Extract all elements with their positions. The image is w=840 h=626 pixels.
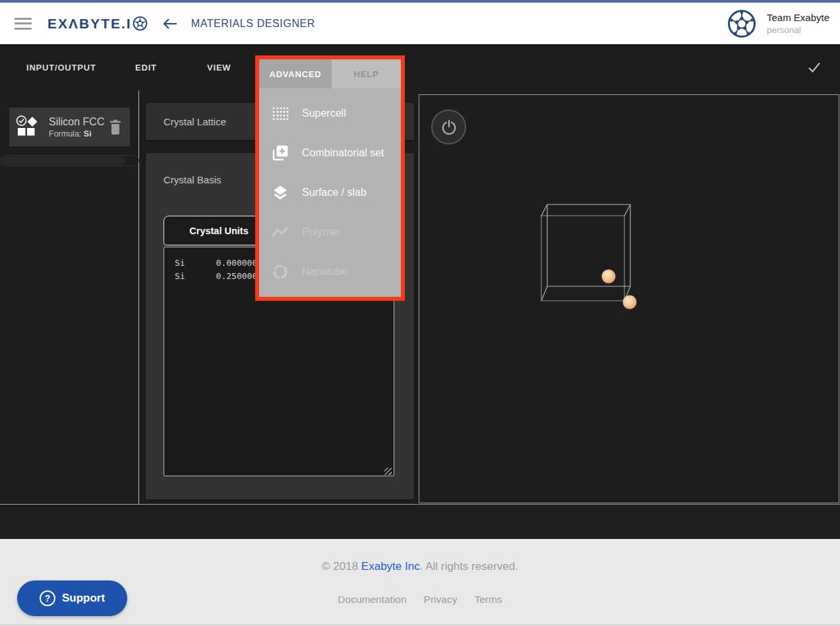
app-header: EXΛBYTE.I MATERIALS DESIGNER [0,3,840,44]
support-button[interactable]: ? Support [17,580,127,616]
menu-item-combinatorial-set[interactable]: Combinatorial set [259,133,401,173]
combinatorial-set-icon [272,144,289,162]
crystal-basis-title: Crystal Basis [164,174,222,185]
nanotube-ring-icon [272,263,289,280]
unit-cell-wireframe [419,95,840,504]
material-list-item[interactable]: Silicon FCC Formula: Si [9,108,130,146]
team-avatar [727,9,756,38]
structure-3d-viewer[interactable] [419,94,839,503]
advanced-dropdown-menu: Supercell Combinatorial set Surface / sl… [259,88,401,297]
page-title: MATERIALS DESIGNER [191,18,315,30]
team-name: Team Exabyte [767,12,829,23]
material-type-icon [16,115,40,139]
sidebar-scrollbar-track[interactable] [0,155,139,166]
materials-sidebar: Silicon FCC Formula: Si [0,90,139,504]
menu-input-output[interactable]: INPUT/OUTPUT [26,44,96,90]
menu-item-supercell[interactable]: Supercell [259,94,401,133]
menu-advanced[interactable]: ADVANCED [259,59,332,88]
menu-item-surface-slab[interactable]: Surface / slab [259,173,401,212]
power-icon [441,119,457,135]
menu-edit[interactable]: EDIT [135,44,157,90]
delete-material-icon[interactable] [109,119,122,135]
crystal-lattice-title: Crystal Lattice [164,116,226,127]
polymer-chain-icon [272,224,289,241]
crystal-units-tab-label: Crystal Units [189,226,248,236]
sidebar-scrollbar-thumb[interactable] [2,157,125,164]
silicon-atom [602,270,616,284]
supercell-grid-icon [272,105,289,122]
menu-view[interactable]: VIEW [207,44,231,90]
question-mark-icon: ? [40,590,55,606]
main-workspace: Silicon FCC Formula: Si Crystal Lattice … [0,90,840,505]
menu-item-polymer: Polymer [259,212,401,252]
tutorial-highlight-box: ADVANCED HELP Supercell [255,55,405,301]
confirm-check-icon[interactable] [807,60,822,75]
footer-link-privacy[interactable]: Privacy [424,594,458,606]
logo-text: EXΛBYTE.I [47,16,132,32]
logo-ball-icon [133,16,148,31]
dropdown-tabs: ADVANCED HELP [259,59,401,88]
company-link[interactable]: Exabyte Inc [361,560,420,573]
back-arrow-icon[interactable] [162,17,178,30]
material-name: Silicon FCC [49,116,109,128]
designer-menubar: INPUT/OUTPUT EDIT VIEW [0,44,840,90]
silicon-atom [623,296,637,309]
page-footer: © 2018 Exabyte Inc. All rights reserved.… [0,539,840,626]
menu-help[interactable]: HELP [332,59,401,88]
exabyte-logo[interactable]: EXΛBYTE.I [47,16,148,32]
textarea-resize-handle[interactable] [384,468,392,475]
surface-slab-layers-icon [272,184,289,201]
footer-link-documentation[interactable]: Documentation [338,594,406,606]
copyright-text: © 2018 Exabyte Inc. All rights reserved. [0,560,840,573]
account-widget[interactable]: Team Exabyte personal [727,3,829,44]
menu-item-nanotube: Nanotube [259,252,401,292]
material-formula: Formula: Si [49,129,109,139]
footer-link-terms[interactable]: Terms [474,594,502,606]
team-type: personal [767,25,829,35]
viewer-power-button[interactable] [431,110,466,144]
lower-dark-band [0,505,840,539]
hamburger-menu-icon[interactable] [15,18,32,30]
